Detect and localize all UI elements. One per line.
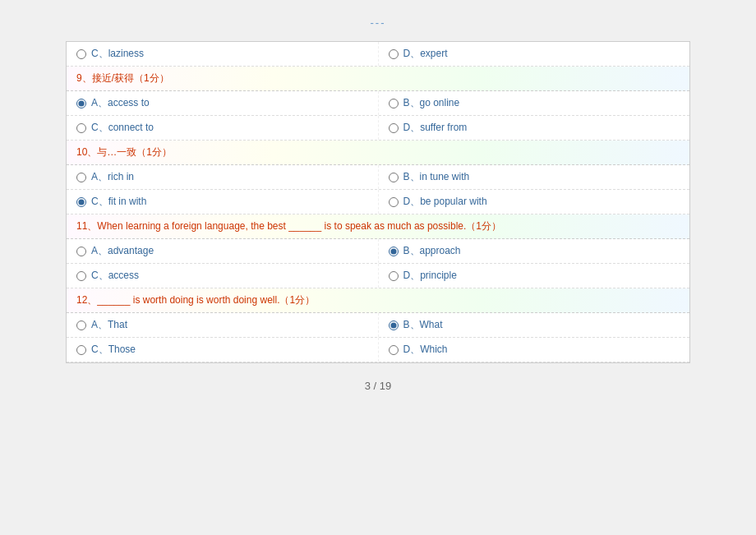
q9-section: 9、接近/获得（1分）	[67, 67, 689, 91]
q9-label: 9、接近/获得（1分）	[76, 72, 169, 84]
q11-section: 11、When learning a foreign language, the…	[67, 214, 689, 239]
q12-section: 12、______ is worth doing is worth doing …	[67, 288, 689, 313]
option-a-that[interactable]: A、That	[67, 313, 379, 337]
radio-d-principle[interactable]	[389, 271, 399, 281]
radio-a-that[interactable]	[76, 321, 86, 330]
option-c-fit-in-with[interactable]: C、fit in with	[67, 190, 379, 214]
q10-options-row-1: A、rich in B、in tune with	[67, 165, 689, 190]
quiz-container: C、laziness D、expert 9、接近/获得（1分） A、access…	[66, 41, 690, 363]
option-b-go-online[interactable]: B、go online	[379, 91, 690, 115]
radio-b-in-tune-with[interactable]	[389, 173, 399, 182]
label-c-those: C、Those	[91, 343, 136, 357]
option-d-expert[interactable]: D、expert	[379, 42, 690, 66]
label-a-advantage: A、advantage	[91, 244, 154, 258]
option-d-which[interactable]: D、Which	[379, 338, 690, 362]
top-nav: ---	[371, 16, 386, 29]
radio-a-access-to[interactable]	[76, 99, 86, 108]
option-c-those[interactable]: C、Those	[67, 338, 379, 362]
label-c-connect-to: C、connect to	[91, 121, 154, 135]
option-a-access-to[interactable]: A、access to	[67, 91, 379, 115]
label-c-fit-in-with: C、fit in with	[91, 195, 146, 209]
label-a-access-to: A、access to	[91, 96, 150, 110]
radio-b-what[interactable]	[389, 321, 399, 330]
radio-d-expert[interactable]	[389, 49, 399, 59]
radio-d-be-popular-with[interactable]	[389, 197, 399, 207]
label-c-access: C、access	[91, 269, 139, 283]
q10-options-row-2: C、fit in with D、be popular with	[67, 190, 689, 214]
label-d-be-popular-with: D、be popular with	[403, 195, 487, 209]
prev-options-row: C、laziness D、expert	[67, 42, 689, 67]
label-b-approach: B、approach	[403, 244, 461, 258]
radio-a-advantage[interactable]	[76, 247, 86, 256]
option-b-what[interactable]: B、What	[379, 313, 690, 337]
q12-label: 12、______ is worth doing is worth doing …	[76, 294, 315, 306]
radio-b-approach[interactable]	[389, 247, 399, 256]
radio-c-laziness[interactable]	[76, 49, 86, 59]
q12-options-row-2: C、Those D、Which	[67, 338, 689, 362]
radio-d-which[interactable]	[389, 345, 399, 355]
option-d-principle[interactable]: D、principle	[379, 264, 690, 288]
label-b-in-tune-with: B、in tune with	[403, 170, 470, 184]
radio-c-those[interactable]	[76, 345, 86, 355]
label-a-rich-in: A、rich in	[91, 170, 134, 184]
q11-options-row-1: A、advantage B、approach	[67, 239, 689, 264]
q11-label: 11、When learning a foreign language, the…	[76, 220, 501, 232]
radio-a-rich-in[interactable]	[76, 173, 86, 182]
label-d-suffer-from: D、suffer from	[403, 121, 468, 135]
q9-options-row-1: A、access to B、go online	[67, 91, 689, 116]
q10-section: 10、与…一致（1分）	[67, 141, 689, 165]
q12-options-row-1: A、That B、What	[67, 313, 689, 338]
option-b-in-tune-with[interactable]: B、in tune with	[379, 165, 690, 189]
radio-d-suffer-from[interactable]	[389, 123, 399, 133]
pagination: 3 / 19	[365, 380, 392, 392]
option-d-be-popular-with[interactable]: D、be popular with	[379, 190, 690, 214]
label-d-expert: D、expert	[403, 47, 448, 61]
option-c-laziness[interactable]: C、laziness	[67, 42, 379, 66]
label-b-what: B、What	[403, 318, 443, 332]
radio-c-fit-in-with[interactable]	[76, 197, 86, 207]
radio-b-go-online[interactable]	[389, 99, 399, 108]
q11-options-row-2: C、access D、principle	[67, 264, 689, 288]
option-c-access[interactable]: C、access	[67, 264, 379, 288]
label-d-principle: D、principle	[403, 269, 457, 283]
label-d-which: D、Which	[403, 343, 448, 357]
option-a-advantage[interactable]: A、advantage	[67, 239, 379, 263]
radio-c-access[interactable]	[76, 271, 86, 281]
option-b-approach[interactable]: B、approach	[379, 239, 690, 263]
q10-label: 10、与…一致（1分）	[76, 146, 172, 158]
option-c-connect-to[interactable]: C、connect to	[67, 116, 379, 140]
label-c-laziness: C、laziness	[91, 47, 144, 61]
label-a-that: A、That	[91, 318, 127, 332]
radio-c-connect-to[interactable]	[76, 123, 86, 133]
option-d-suffer-from[interactable]: D、suffer from	[379, 116, 690, 140]
label-b-go-online: B、go online	[403, 96, 460, 110]
option-a-rich-in[interactable]: A、rich in	[67, 165, 379, 189]
q9-options-row-2: C、connect to D、suffer from	[67, 116, 689, 141]
